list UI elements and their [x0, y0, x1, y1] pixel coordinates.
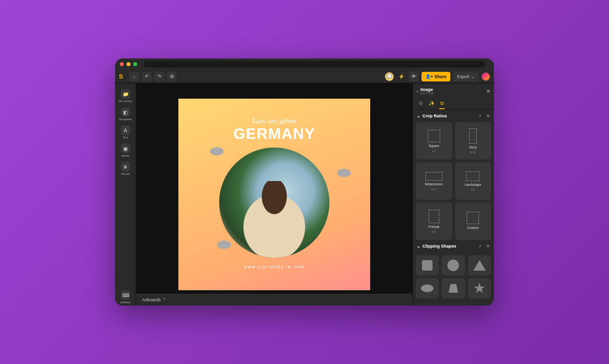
clipping-shapes-header[interactable]: ⌄ Clipping Shapes ✓ ✕ — [413, 240, 494, 252]
right-panel: ‹ ImageEDITOR ✕ ⚙ ✨ ⧉ ⌄ Crop Ratios ✓ ✕ … — [412, 83, 494, 306]
app-window: S ‹ ↶ ↷ ⚙ 💬 ⚡ 👁 👤+Share Export⌄ 📁My Asse… — [115, 58, 494, 306]
chevron-up-icon[interactable]: ⌃ — [163, 297, 166, 302]
chevron-down-icon: ⌄ — [417, 244, 421, 249]
canvas-url-text[interactable]: www.yourwebsite.com — [244, 264, 304, 269]
ratio-portrait[interactable]: Portrait3:4 — [416, 203, 452, 240]
sidebar-item-visuals[interactable]: ♛Visuals — [115, 160, 136, 177]
main-toolbar: S ‹ ↶ ↷ ⚙ 💬 ⚡ 👁 👤+Share Export⌄ — [115, 70, 494, 83]
crown-icon: ♛ — [121, 162, 130, 171]
cancel-clip-button[interactable]: ✕ — [486, 244, 490, 249]
panel-title: ImageEDITOR — [421, 87, 434, 95]
bird-graphic[interactable] — [332, 166, 356, 180]
url-bar[interactable] — [144, 61, 485, 68]
preview-icon[interactable]: 👁 — [409, 72, 419, 81]
bottom-bar: Artboards ⌃ — [136, 293, 412, 306]
wand-icon: ✨ — [429, 101, 434, 106]
keyboard-icon: ⌨ — [121, 290, 130, 300]
cancel-crop-button[interactable]: ✕ — [486, 114, 490, 118]
user-avatar[interactable] — [481, 72, 490, 81]
artboards-toggle[interactable]: Artboards — [142, 297, 161, 302]
text-icon: A — [121, 125, 130, 135]
gear-icon: ⚙ — [419, 101, 423, 106]
back-button[interactable]: ‹ — [129, 72, 139, 81]
tab-settings[interactable]: ⚙ — [418, 99, 424, 109]
shape-trapezoid[interactable] — [442, 278, 465, 298]
ratio-widescreen[interactable]: Widescreen16:9 — [416, 162, 452, 200]
undo-button[interactable]: ↶ — [142, 72, 152, 81]
crop-icon: ⧉ — [440, 101, 444, 106]
sidebar-item-my-assets[interactable]: 📁My Assets — [115, 87, 136, 104]
panel-close-button[interactable]: ✕ — [486, 89, 490, 94]
comments-icon[interactable]: 💬 — [385, 72, 394, 81]
bird-graphic[interactable] — [212, 238, 236, 252]
apply-clip-button[interactable]: ✓ — [479, 244, 482, 249]
shape-ellipse[interactable] — [416, 278, 439, 298]
sidebar-item-media[interactable]: ▣Media — [115, 142, 136, 159]
folder-icon: 📁 — [121, 89, 130, 99]
shape-circle[interactable] — [442, 255, 465, 275]
shape-rounded-square[interactable] — [416, 255, 439, 275]
canvas-title[interactable]: GERMANY — [234, 125, 316, 143]
ratio-story[interactable]: Story9:16 — [455, 122, 492, 159]
left-sidebar: 📁My Assets ◧Templates AText ▣Media ♛Visu… — [115, 83, 136, 306]
maximize-window[interactable] — [133, 62, 137, 66]
sidebar-item-text[interactable]: AText — [115, 124, 136, 141]
app-logo[interactable]: S — [119, 73, 127, 80]
ratio-custom[interactable]: Custom — [455, 203, 492, 240]
canvas-subtitle[interactable]: Lass uns gehen — [252, 117, 296, 125]
bolt-icon[interactable]: ⚡ — [397, 72, 406, 81]
tab-crop[interactable]: ⧉ — [439, 99, 445, 109]
ratio-square[interactable]: Square1:1 — [416, 122, 452, 159]
titlebar — [115, 58, 494, 70]
minimize-window[interactable] — [127, 62, 130, 66]
export-button[interactable]: Export⌄ — [453, 72, 479, 81]
shape-triangle[interactable] — [468, 255, 491, 275]
ratio-landscape[interactable]: Landscape4:3 — [455, 162, 492, 200]
media-icon: ▣ — [121, 144, 130, 153]
close-window[interactable] — [120, 62, 124, 66]
design-canvas[interactable]: Lass uns gehen GERMANY www.yourwebsite.c… — [178, 99, 370, 290]
chevron-down-icon: ⌄ — [471, 74, 475, 79]
apply-crop-button[interactable]: ✓ — [479, 114, 482, 118]
share-button[interactable]: 👤+Share — [422, 72, 450, 81]
redo-button[interactable]: ↷ — [154, 72, 164, 81]
settings-button[interactable]: ⚙ — [167, 72, 176, 81]
chevron-down-icon: ⌄ — [417, 114, 421, 118]
tab-effects[interactable]: ✨ — [428, 99, 435, 109]
sidebar-item-templates[interactable]: ◧Templates — [115, 105, 136, 123]
templates-icon: ◧ — [121, 107, 130, 117]
shape-star[interactable] — [468, 278, 491, 298]
add-user-icon: 👤+ — [425, 74, 433, 79]
bird-graphic[interactable] — [205, 144, 229, 159]
crop-ratios-header[interactable]: ⌄ Crop Ratios ✓ ✕ — [413, 110, 494, 122]
panel-back-button[interactable]: ‹ — [417, 88, 419, 94]
sidebar-item-hotkeys[interactable]: ⌨Hotkeys — [115, 288, 136, 306]
canvas-area[interactable]: Lass uns gehen GERMANY www.yourwebsite.c… — [136, 83, 412, 306]
